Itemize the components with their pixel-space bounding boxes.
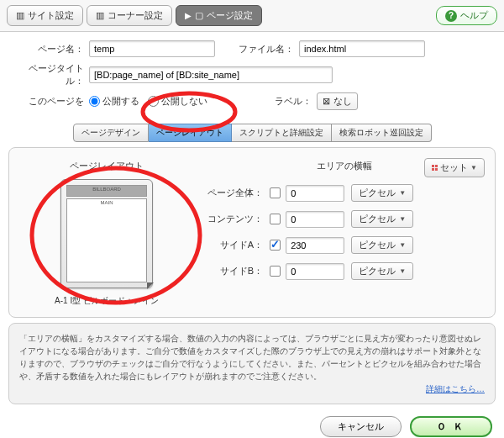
width-enable-checkbox[interactable]: [270, 187, 281, 198]
layout-preview-column: ページレイアウト BILLBOARD MAIN A-1 I型 ビルボード＋メイン: [23, 160, 191, 307]
chevron-right-icon: ▶: [185, 11, 192, 20]
page-name-input[interactable]: [89, 40, 215, 57]
width-row: サイドA： ピクセル▼: [207, 236, 481, 254]
tab-label: コーナー設定: [108, 9, 163, 22]
page-title-label: ページタイトル：: [15, 62, 89, 87]
width-row: ページ全体： ピクセル▼: [207, 184, 481, 202]
file-name-label: ファイル名：: [215, 43, 299, 55]
label-select-value: なし: [333, 95, 352, 108]
page-title-input[interactable]: [89, 66, 333, 83]
width-label: サイドA：: [207, 239, 270, 251]
notice-text: 「エリアの横幅」をカスタマイズする場合、数値の入力の内容によっては、ブラウザごと…: [19, 334, 481, 381]
subtab-script-details[interactable]: スクリプトと詳細設定: [232, 124, 332, 142]
subtab-page-layout[interactable]: ページレイアウト: [149, 124, 232, 142]
question-icon: ?: [445, 10, 457, 22]
page-icon: ▢: [195, 10, 203, 21]
publish-yes-radio[interactable]: [89, 96, 100, 107]
book-icon: ▥: [16, 10, 24, 21]
unit-label: ピクセル: [359, 187, 396, 199]
label-label: ラベル：: [207, 95, 317, 108]
tab-corner-settings[interactable]: ▥ コーナー設定: [87, 5, 172, 26]
width-value-input[interactable]: [286, 263, 344, 280]
width-row: コンテンツ： ピクセル▼: [207, 210, 481, 228]
width-value-input[interactable]: [286, 237, 344, 254]
publish-label: このページを: [15, 95, 89, 108]
top-tab-bar: ▥ サイト設定 ▥ コーナー設定 ▶ ▢ ページ設定 ? ヘルプ: [0, 0, 504, 32]
set-button[interactable]: セット ▼: [424, 158, 485, 177]
dropdown-triangle-icon: ▼: [399, 189, 406, 197]
width-label: サイドB：: [207, 265, 270, 277]
width-enable-checkbox[interactable]: [270, 214, 281, 224]
tab-page-settings[interactable]: ▶ ▢ ページ設定: [176, 5, 262, 26]
dropdown-triangle-icon: ▼: [399, 215, 406, 223]
width-unit-select[interactable]: ピクセル▼: [351, 262, 413, 280]
layout-panel: セット ▼ ページレイアウト BILLBOARD MAIN A-1 I型 ビルボ…: [8, 147, 496, 318]
grid-icon: [432, 165, 438, 171]
subtab-search-robot[interactable]: 検索ロボット巡回設定: [332, 124, 432, 142]
width-unit-select[interactable]: ピクセル▼: [351, 210, 413, 228]
file-name-input[interactable]: [299, 40, 425, 57]
help-label: ヘルプ: [460, 9, 488, 22]
unit-label: ピクセル: [359, 213, 396, 225]
width-row: サイドB： ピクセル▼: [207, 262, 481, 280]
width-enable-checkbox[interactable]: [270, 266, 281, 277]
page-form: ページ名： ファイル名： ページタイトル： このページを 公開する 公開しない …: [0, 32, 504, 120]
width-label: コンテンツ：: [207, 213, 270, 225]
notice-details-link[interactable]: 詳細はこちら…: [426, 383, 485, 395]
help-button[interactable]: ? ヘルプ: [436, 6, 497, 25]
area-widths-column: エリアの横幅 ページ全体： ピクセル▼コンテンツ： ピクセル▼サイドA： ピクセ…: [207, 160, 481, 307]
book-icon: ▥: [96, 10, 104, 21]
sub-tab-bar: ページデザイン ページレイアウト スクリプトと詳細設定 検索ロボット巡回設定: [0, 120, 504, 144]
notice-box: 「エリアの横幅」をカスタマイズする場合、数値の入力の内容によっては、ブラウザごと…: [8, 323, 496, 404]
tab-label: ページ設定: [207, 9, 253, 22]
ok-button[interactable]: Ｏ Ｋ: [410, 416, 492, 437]
width-unit-select[interactable]: ピクセル▼: [351, 184, 413, 202]
width-enable-checkbox[interactable]: [270, 240, 281, 251]
width-unit-select[interactable]: ピクセル▼: [351, 236, 413, 254]
publish-yes-option[interactable]: 公開する: [89, 95, 139, 108]
subtab-page-design[interactable]: ページデザイン: [73, 124, 149, 142]
dropdown-triangle-icon: ▼: [470, 164, 477, 172]
layout-preview-selector[interactable]: BILLBOARD MAIN: [60, 179, 153, 288]
tag-icon: ⊠: [323, 96, 330, 107]
unit-label: ピクセル: [359, 265, 396, 277]
dropdown-triangle-icon: ▼: [399, 267, 406, 275]
dropdown-triangle-icon: ▼: [399, 241, 406, 249]
tab-site-settings[interactable]: ▥ サイト設定: [7, 5, 83, 26]
publish-no-option[interactable]: 公開しない: [148, 95, 207, 108]
publish-no-radio[interactable]: [148, 96, 159, 107]
label-select[interactable]: ⊠ なし: [317, 92, 358, 110]
set-button-label: セット: [440, 161, 468, 174]
unit-label: ピクセル: [359, 239, 396, 251]
cancel-button[interactable]: キャンセル: [320, 416, 402, 437]
preview-billboard: BILLBOARD: [66, 185, 147, 197]
publish-radio-group: 公開する 公開しない: [89, 95, 207, 108]
width-label: ページ全体：: [207, 187, 270, 199]
page-name-label: ページ名：: [15, 43, 89, 55]
layout-heading: ページレイアウト: [23, 160, 191, 172]
dialog-footer: キャンセル Ｏ Ｋ: [0, 411, 504, 438]
width-value-input[interactable]: [286, 211, 344, 228]
layout-caption: A-1 I型 ビルボード＋メイン: [23, 295, 191, 307]
width-value-input[interactable]: [286, 185, 344, 202]
preview-main: MAIN: [66, 198, 147, 282]
tab-label: サイト設定: [28, 9, 74, 22]
